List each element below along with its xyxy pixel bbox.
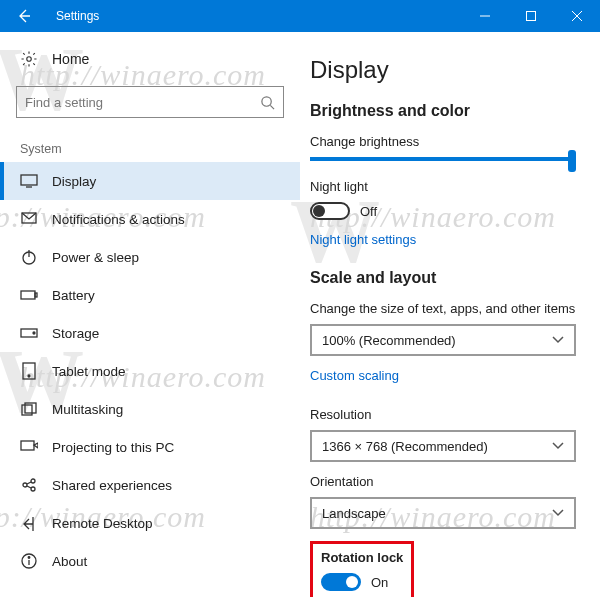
rotation-lock-state: On bbox=[371, 575, 388, 590]
svg-point-15 bbox=[33, 332, 35, 334]
svg-line-25 bbox=[27, 486, 31, 488]
sidebar: Home Find a setting System Display Notif… bbox=[0, 32, 300, 597]
slider-thumb[interactable] bbox=[568, 150, 576, 172]
nav-list: Display Notifications & actions Power & … bbox=[0, 162, 300, 580]
nav-item-label: Tablet mode bbox=[52, 364, 126, 379]
svg-point-28 bbox=[28, 557, 30, 559]
nav-item-display[interactable]: Display bbox=[0, 162, 300, 200]
title-bar: Settings bbox=[0, 0, 600, 32]
minimize-button[interactable] bbox=[462, 0, 508, 32]
svg-point-5 bbox=[262, 96, 271, 105]
nav-item-power[interactable]: Power & sleep bbox=[0, 238, 300, 276]
svg-point-22 bbox=[31, 479, 35, 483]
nav-item-label: Shared experiences bbox=[52, 478, 172, 493]
gear-icon bbox=[20, 50, 38, 68]
nav-item-label: Projecting to this PC bbox=[52, 440, 174, 455]
svg-rect-12 bbox=[21, 291, 35, 299]
notifications-icon bbox=[20, 210, 38, 228]
nightlight-toggle[interactable] bbox=[310, 202, 350, 220]
orientation-label: Orientation bbox=[310, 474, 576, 489]
nav-item-label: Battery bbox=[52, 288, 95, 303]
svg-rect-13 bbox=[35, 293, 37, 297]
close-icon bbox=[572, 11, 582, 21]
nav-item-projecting[interactable]: Projecting to this PC bbox=[0, 428, 300, 466]
search-icon bbox=[260, 95, 275, 110]
window-controls bbox=[462, 0, 600, 32]
maximize-icon bbox=[526, 11, 536, 21]
svg-line-6 bbox=[270, 105, 274, 109]
nav-item-notifications[interactable]: Notifications & actions bbox=[0, 200, 300, 238]
back-button[interactable] bbox=[0, 0, 48, 32]
display-icon bbox=[20, 172, 38, 190]
svg-point-17 bbox=[28, 375, 30, 377]
nav-item-storage[interactable]: Storage bbox=[0, 314, 300, 352]
svg-point-4 bbox=[27, 57, 32, 62]
orientation-dropdown[interactable]: Landscape bbox=[310, 497, 576, 529]
orientation-value: Landscape bbox=[322, 506, 386, 521]
svg-rect-1 bbox=[527, 12, 536, 21]
svg-rect-20 bbox=[21, 441, 34, 450]
nightlight-label: Night light bbox=[310, 179, 576, 194]
tablet-icon bbox=[20, 362, 38, 380]
search-input[interactable]: Find a setting bbox=[16, 86, 284, 118]
svg-line-24 bbox=[27, 482, 31, 484]
maximize-button[interactable] bbox=[508, 0, 554, 32]
close-button[interactable] bbox=[554, 0, 600, 32]
rotation-lock-label: Rotation lock bbox=[321, 550, 403, 565]
nav-item-label: About bbox=[52, 554, 87, 569]
section-brightness-title: Brightness and color bbox=[310, 102, 576, 120]
rotation-lock-highlight: Rotation lock On bbox=[310, 541, 414, 597]
nav-item-label: Remote Desktop bbox=[52, 516, 153, 531]
main-content: Display Brightness and color Change brig… bbox=[300, 32, 600, 597]
app-title: Settings bbox=[48, 9, 462, 23]
nightlight-settings-link[interactable]: Night light settings bbox=[310, 232, 416, 247]
section-label: System bbox=[20, 142, 284, 156]
chevron-down-icon bbox=[552, 509, 564, 517]
svg-point-21 bbox=[23, 483, 27, 487]
chevron-down-icon bbox=[552, 336, 564, 344]
page-title: Display bbox=[310, 56, 576, 84]
nav-item-tablet[interactable]: Tablet mode bbox=[0, 352, 300, 390]
nav-item-battery[interactable]: Battery bbox=[0, 276, 300, 314]
home-label: Home bbox=[52, 51, 89, 67]
brightness-label: Change brightness bbox=[310, 134, 576, 149]
battery-icon bbox=[20, 286, 38, 304]
scale-dropdown[interactable]: 100% (Recommended) bbox=[310, 324, 576, 356]
arrow-left-icon bbox=[16, 8, 32, 24]
svg-rect-7 bbox=[21, 175, 37, 185]
scale-value: 100% (Recommended) bbox=[322, 333, 456, 348]
section-scale-title: Scale and layout bbox=[310, 269, 576, 287]
rotation-lock-toggle[interactable] bbox=[321, 573, 361, 591]
resolution-dropdown[interactable]: 1366 × 768 (Recommended) bbox=[310, 430, 576, 462]
minimize-icon bbox=[480, 11, 490, 21]
resolution-value: 1366 × 768 (Recommended) bbox=[322, 439, 488, 454]
remote-icon bbox=[20, 514, 38, 532]
nav-item-label: Display bbox=[52, 174, 96, 189]
search-placeholder: Find a setting bbox=[25, 95, 103, 110]
scale-label: Change the size of text, apps, and other… bbox=[310, 301, 576, 316]
nav-item-label: Multitasking bbox=[52, 402, 123, 417]
about-icon bbox=[20, 552, 38, 570]
nightlight-state: Off bbox=[360, 204, 377, 219]
brightness-slider[interactable] bbox=[310, 157, 576, 161]
chevron-down-icon bbox=[552, 442, 564, 450]
shared-icon bbox=[20, 476, 38, 494]
nav-item-label: Power & sleep bbox=[52, 250, 139, 265]
power-icon bbox=[20, 248, 38, 266]
nav-item-remote[interactable]: Remote Desktop bbox=[0, 504, 300, 542]
home-button[interactable]: Home bbox=[16, 50, 284, 68]
projecting-icon bbox=[20, 438, 38, 456]
svg-point-23 bbox=[31, 487, 35, 491]
custom-scaling-link[interactable]: Custom scaling bbox=[310, 368, 399, 383]
nav-item-about[interactable]: About bbox=[0, 542, 300, 580]
nav-item-label: Storage bbox=[52, 326, 99, 341]
storage-icon bbox=[20, 324, 38, 342]
nav-item-label: Notifications & actions bbox=[52, 212, 185, 227]
resolution-label: Resolution bbox=[310, 407, 576, 422]
nav-item-shared[interactable]: Shared experiences bbox=[0, 466, 300, 504]
multitasking-icon bbox=[20, 400, 38, 418]
nav-item-multitasking[interactable]: Multitasking bbox=[0, 390, 300, 428]
